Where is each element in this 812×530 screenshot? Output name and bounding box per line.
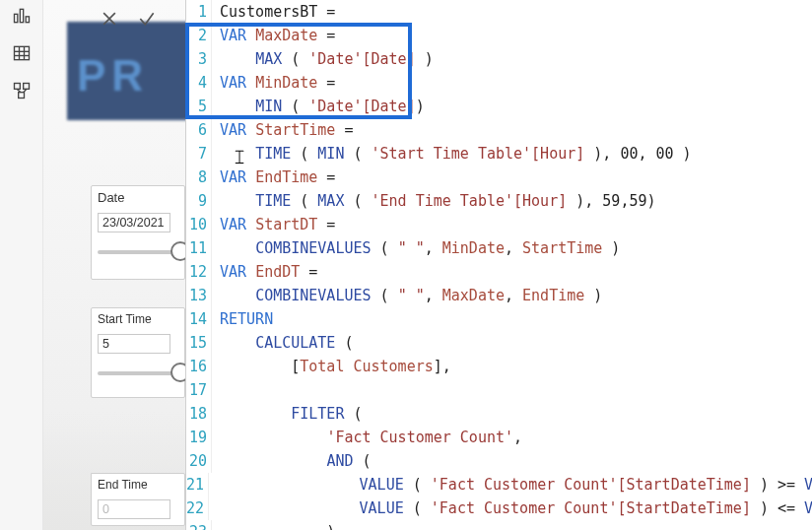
line-number: 16 bbox=[186, 355, 212, 378]
code-line[interactable]: 8VAR EndTime = bbox=[186, 166, 812, 189]
code-content[interactable]: CustomersBT = bbox=[212, 0, 335, 24]
line-number: 1 bbox=[186, 0, 212, 24]
svg-rect-2 bbox=[26, 17, 29, 23]
line-number: 10 bbox=[186, 213, 212, 236]
code-line[interactable]: 3 MAX ( 'Date'[Date] ) bbox=[186, 47, 812, 71]
date-input[interactable] bbox=[98, 213, 170, 232]
code-line[interactable]: 16 [Total Customers], bbox=[186, 355, 812, 378]
code-line[interactable]: 14RETURN bbox=[186, 307, 812, 331]
code-content[interactable]: MIN ( 'Date'[Date]) bbox=[212, 95, 425, 118]
line-number: 4 bbox=[186, 71, 212, 95]
code-content[interactable]: [Total Customers], bbox=[212, 355, 451, 378]
code-content[interactable]: VAR StartDT = bbox=[212, 213, 335, 236]
end-time-input[interactable] bbox=[98, 499, 170, 519]
code-content[interactable]: VALUE ( 'Fact Customer Count'[StartDateT… bbox=[209, 473, 812, 497]
code-content[interactable]: VAR MinDate = bbox=[212, 71, 335, 95]
start-time-title: Start Time bbox=[98, 312, 178, 326]
dax-editor[interactable]: 1CustomersBT =2VAR MaxDate =3 MAX ( 'Dat… bbox=[185, 0, 812, 530]
code-line[interactable]: 10VAR StartDT = bbox=[186, 213, 812, 236]
cancel-button[interactable] bbox=[95, 4, 124, 33]
code-line[interactable]: 22 VALUE ( 'Fact Customer Count'[StartDa… bbox=[186, 497, 812, 520]
line-number: 8 bbox=[186, 166, 212, 189]
code-line[interactable]: 5 MIN ( 'Date'[Date]) bbox=[186, 95, 812, 118]
line-number: 11 bbox=[186, 236, 212, 260]
code-content[interactable]: CALCULATE ( bbox=[212, 331, 353, 355]
app-root: PR 1CustomersBT =2VAR MaxDate =3 MAX ( '… bbox=[0, 0, 812, 530]
svg-rect-8 bbox=[14, 84, 20, 90]
view-rail bbox=[0, 0, 43, 530]
code-content[interactable]: ) bbox=[212, 520, 335, 530]
start-time-slider[interactable] bbox=[98, 371, 178, 375]
svg-rect-1 bbox=[20, 9, 23, 22]
line-number: 5 bbox=[186, 95, 212, 118]
code-line[interactable]: 9 TIME ( MAX ( 'End Time Table'[Hour] ),… bbox=[186, 189, 812, 213]
code-content[interactable]: 'Fact Customer Count', bbox=[212, 426, 522, 449]
line-number: 6 bbox=[186, 118, 212, 142]
line-number: 21 bbox=[186, 473, 209, 497]
line-number: 15 bbox=[186, 331, 212, 355]
svg-rect-9 bbox=[23, 84, 29, 90]
report-view-icon[interactable] bbox=[12, 6, 32, 26]
code-content[interactable]: COMBINEVALUES ( " ", MaxDate, EndTime ) bbox=[212, 284, 602, 307]
commit-button[interactable] bbox=[132, 4, 162, 33]
line-number: 23 bbox=[186, 520, 212, 530]
code-line[interactable]: 7 TIME ( MIN ( 'Start Time Table'[Hour] … bbox=[186, 142, 812, 166]
code-content[interactable]: RETURN bbox=[212, 307, 273, 331]
code-content[interactable]: FILTER ( bbox=[212, 402, 363, 426]
svg-rect-0 bbox=[14, 14, 17, 22]
code-line[interactable]: 17 bbox=[186, 378, 812, 402]
report-canvas: PR 1CustomersBT =2VAR MaxDate =3 MAX ( '… bbox=[43, 0, 812, 530]
line-number: 19 bbox=[186, 426, 212, 449]
code-line[interactable]: 13 COMBINEVALUES ( " ", MaxDate, EndTime… bbox=[186, 284, 812, 307]
code-line[interactable]: 19 'Fact Customer Count', bbox=[186, 426, 812, 449]
line-number: 2 bbox=[186, 24, 212, 47]
code-line[interactable]: 12VAR EndDT = bbox=[186, 260, 812, 284]
code-content[interactable]: VAR MaxDate = bbox=[212, 24, 335, 47]
code-line[interactable]: 6VAR StartTime = bbox=[186, 118, 812, 142]
svg-rect-3 bbox=[14, 46, 29, 59]
code-content[interactable]: TIME ( MAX ( 'End Time Table'[Hour] ), 5… bbox=[212, 189, 656, 213]
code-line[interactable]: 1CustomersBT = bbox=[186, 0, 812, 24]
end-time-slicer[interactable]: End Time bbox=[91, 473, 185, 526]
start-time-input[interactable] bbox=[98, 334, 170, 354]
line-number: 22 bbox=[186, 497, 209, 520]
code-line[interactable]: 15 CALCULATE ( bbox=[186, 331, 812, 355]
date-slicer[interactable]: Date bbox=[91, 185, 185, 280]
code-line[interactable]: 18 FILTER ( bbox=[186, 402, 812, 426]
data-view-icon[interactable] bbox=[12, 43, 32, 63]
code-content[interactable]: MAX ( 'Date'[Date] ) bbox=[212, 47, 434, 71]
start-time-slicer[interactable]: Start Time bbox=[91, 307, 185, 398]
line-number: 9 bbox=[186, 189, 212, 213]
formula-toolbar bbox=[95, 4, 162, 33]
code-line[interactable]: 11 COMBINEVALUES ( " ", MinDate, StartTi… bbox=[186, 236, 812, 260]
date-slicer-title: Date bbox=[98, 190, 178, 205]
line-number: 18 bbox=[186, 402, 212, 426]
code-line[interactable]: 20 AND ( bbox=[186, 449, 812, 473]
line-number: 14 bbox=[186, 307, 212, 331]
code-content[interactable]: VAR EndTime = bbox=[212, 166, 335, 189]
date-slider[interactable] bbox=[98, 250, 178, 254]
code-content[interactable]: VAR EndDT = bbox=[212, 260, 317, 284]
model-view-icon[interactable] bbox=[12, 81, 32, 100]
code-content[interactable]: VALUE ( 'Fact Customer Count'[StartDateT… bbox=[209, 497, 812, 520]
line-number: 7 bbox=[186, 142, 212, 166]
code-content[interactable]: TIME ( MIN ( 'Start Time Table'[Hour] ),… bbox=[212, 142, 692, 166]
code-line[interactable]: 2VAR MaxDate = bbox=[186, 24, 812, 47]
line-number: 13 bbox=[186, 284, 212, 307]
line-number: 12 bbox=[186, 260, 212, 284]
end-time-title: End Time bbox=[98, 478, 178, 492]
code-content[interactable]: AND ( bbox=[212, 449, 372, 473]
line-number: 3 bbox=[186, 47, 212, 71]
code-line[interactable]: 21 VALUE ( 'Fact Customer Count'[StartDa… bbox=[186, 473, 812, 497]
code-content[interactable]: COMBINEVALUES ( " ", MinDate, StartTime … bbox=[212, 236, 620, 260]
code-line[interactable]: 4VAR MinDate = bbox=[186, 71, 812, 95]
line-number: 20 bbox=[186, 449, 212, 473]
svg-rect-10 bbox=[18, 93, 24, 99]
line-number: 17 bbox=[186, 378, 212, 402]
code-content[interactable]: VAR StartTime = bbox=[212, 118, 353, 142]
code-line[interactable]: 23 ) bbox=[186, 520, 812, 530]
